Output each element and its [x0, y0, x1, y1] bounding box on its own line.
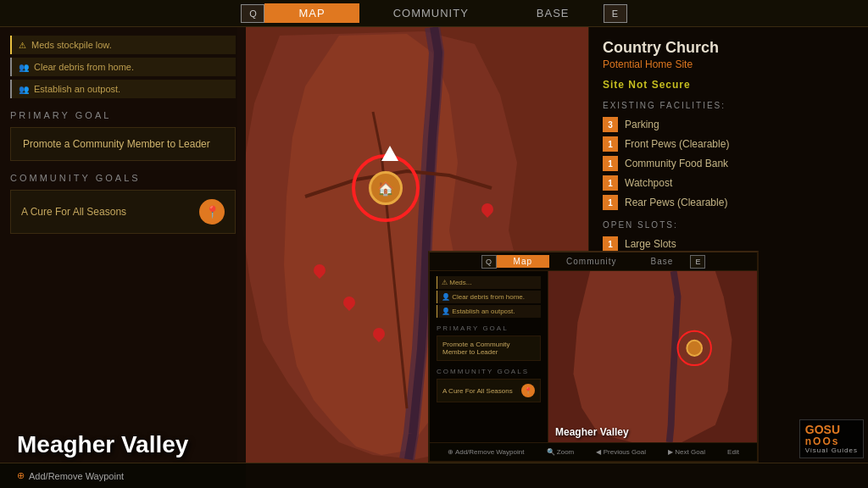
thumb-community-goal-text: A Cure For All Seasons — [442, 387, 513, 395]
thumb-location-name: Meagher Valley — [555, 426, 629, 438]
community-goal-item[interactable]: A Cure For All Seasons 📍 — [10, 190, 236, 234]
thumb-tab-base[interactable]: Base — [634, 255, 691, 268]
tab-base[interactable]: Base — [503, 3, 604, 23]
facility-watchpost: 1 Watchpost — [603, 175, 854, 191]
facility-parking: 3 Parking — [603, 117, 854, 132]
map-pin-3 — [373, 328, 385, 340]
facility-badge-front-pews: 1 — [603, 136, 618, 152]
thumb-map-area: Meagher Valley — [548, 271, 757, 442]
notification-outpost: 👥 Establish an outpost. — [10, 80, 236, 98]
thumb-community-goal: A Cure For All Seasons 📍 — [437, 379, 541, 402]
location-name: Meagher Valley — [17, 431, 188, 458]
open-slot-badge: 1 — [603, 236, 618, 252]
gosu-logo: GOSU nOOs Visual Guides — [799, 419, 864, 458]
facility-name-rear-pews: Rear Pews (Clearable) — [625, 197, 727, 208]
facility-front-pews: 1 Front Pews (Clearable) — [603, 136, 854, 152]
top-navigation: Q Map Community Base E — [0, 0, 868, 27]
community-goals-header: COMMUNITY GOALS — [10, 173, 236, 183]
left-panel: ⚠ Meds stockpile low. 👥 Clear debris fro… — [0, 27, 246, 488]
site-status: Site Not Secure — [603, 79, 854, 91]
thumb-tab-map[interactable]: Map — [497, 255, 549, 268]
thumb-terrain — [548, 271, 757, 442]
thumbnail-overlay: Q Map Community Base E ⚠ Meds... 👤 Clear… — [428, 251, 759, 463]
map-icon: 🏠 — [369, 171, 403, 205]
left-key: Q — [241, 4, 264, 23]
map-pin-4 — [314, 264, 326, 276]
facility-food-bank: 1 Community Food Bank — [603, 156, 854, 171]
primary-goal-header: PRIMARY GOAL — [10, 110, 236, 120]
thumb-left-panel: ⚠ Meds... 👤 Clear debris from home. 👤 Es… — [430, 271, 548, 442]
thumb-notif-3: 👤 Establish an outpost. — [437, 305, 541, 318]
tab-community[interactable]: Community — [359, 3, 503, 23]
bottom-bar: ⊕ Add/Remove Waypoint — [0, 463, 868, 488]
thumb-action-prev: ◀ Previous Goal — [596, 448, 645, 456]
thumb-primary-goal-text: Promote a Community Member to Leader — [442, 341, 535, 356]
notif-meds-text: Meds stockpile low. — [31, 40, 112, 50]
community-goal-text: A Cure For All Seasons — [21, 206, 126, 218]
facility-badge-food-bank: 1 — [603, 156, 618, 171]
thumb-action-next: ▶ Next Goal — [668, 448, 705, 456]
person-icon-2: 👥 — [19, 85, 29, 94]
map-pin-2 — [343, 297, 355, 308]
goal-pin-icon: 📍 — [199, 199, 225, 225]
thumb-content: ⚠ Meds... 👤 Clear debris from home. 👤 Es… — [430, 271, 757, 442]
open-slot-large: 1 Large Slots — [603, 236, 854, 252]
facilities-header: EXISTING FACILITIES: — [603, 101, 854, 110]
facility-name-front-pews: Front Pews (Clearable) — [625, 138, 729, 150]
add-waypoint-action[interactable]: ⊕ Add/Remove Waypoint — [17, 470, 124, 481]
nav-tab-group: Q Map Community Base E — [241, 3, 626, 23]
thumb-bottom-bar: ⊕ Add/Remove Waypoint 🔍 Zoom ◀ Previous … — [430, 442, 757, 461]
primary-goal-text: Promote a Community Member to Leader — [23, 138, 223, 150]
main-map-marker[interactable]: 🏠 — [352, 154, 420, 222]
notification-meds: ⚠ Meds stockpile low. — [10, 36, 236, 54]
warning-icon: ⚠ — [19, 41, 26, 50]
thumb-community-header: COMMUNITY GOALS — [437, 368, 541, 375]
open-slots-header: OPEN SLOTS: — [603, 220, 854, 230]
facility-rear-pews: 1 Rear Pews (Clearable) — [603, 195, 854, 210]
thumb-goal-pin: 📍 — [521, 384, 535, 397]
primary-goal-box: Promote a Community Member to Leader — [10, 127, 236, 161]
notif-debris-text: Clear debris from home. — [34, 62, 134, 72]
open-slot-name: Large Slots — [625, 238, 676, 250]
tab-map[interactable]: Map — [264, 3, 359, 23]
thumb-notif-2: 👤 Clear debris from home. — [437, 291, 541, 303]
thumb-action-edit: Edit — [727, 448, 739, 456]
thumb-notif-1: ⚠ Meds... — [437, 276, 541, 289]
waypoint-icon: ⊕ — [17, 470, 25, 481]
location-subtitle: Potential Home Site — [603, 58, 854, 70]
facility-badge-rear-pews: 1 — [603, 195, 618, 210]
facility-badge-parking: 3 — [603, 117, 618, 132]
right-key: E — [604, 4, 627, 23]
thumb-tab-community[interactable]: Community — [549, 255, 634, 268]
thumb-primary-header: PRIMARY GOAL — [437, 324, 541, 332]
facility-name-watchpost: Watchpost — [625, 177, 672, 189]
location-title: Country Church — [603, 39, 854, 57]
thumb-action-waypoint: ⊕ Add/Remove Waypoint — [448, 448, 524, 456]
thumb-primary-goal: Promote a Community Member to Leader — [437, 336, 541, 361]
facility-badge-watchpost: 1 — [603, 175, 618, 191]
person-icon-1: 👥 — [19, 63, 29, 72]
facility-name-food-bank: Community Food Bank — [625, 158, 728, 169]
thumb-key-left: Q — [481, 255, 497, 269]
facility-name-parking: Parking — [625, 119, 659, 130]
notification-debris: 👥 Clear debris from home. — [10, 58, 236, 76]
svg-point-3 — [687, 341, 702, 356]
gosu-bottom-text: Visual Guides — [805, 447, 858, 454]
waypoint-marker — [381, 146, 398, 161]
gosu-top-text: GOSU — [805, 424, 858, 435]
map-pin-1 — [481, 203, 493, 215]
gosu-mid-text: nOOs — [805, 435, 858, 447]
notif-outpost-text: Establish an outpost. — [34, 84, 120, 94]
waypoint-label: Add/Remove Waypoint — [29, 471, 124, 481]
thumb-key-right: E — [690, 255, 705, 269]
thumb-navigation: Q Map Community Base E — [430, 252, 757, 271]
thumb-action-zoom: 🔍 Zoom — [547, 448, 575, 456]
